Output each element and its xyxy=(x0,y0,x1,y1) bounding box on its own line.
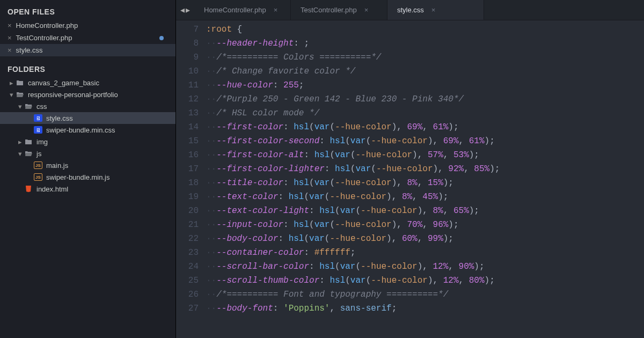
code-line[interactable]: ··--container-color: #ffffff; xyxy=(206,246,644,260)
unsaved-dot-icon xyxy=(159,36,164,40)
code-line[interactable]: ··--hue-color: 255; xyxy=(206,78,644,92)
chevron-down-icon: ▾ xyxy=(16,102,24,111)
tab-file[interactable]: TestController.php × xyxy=(291,0,387,20)
html-file-icon xyxy=(24,185,33,193)
css-file-icon: ⍃ xyxy=(33,126,43,134)
code-line[interactable]: ··/*Purple 250 - Green 142 - Blue 230 - … xyxy=(206,92,644,106)
line-number: 12 xyxy=(176,92,199,106)
line-number: 19 xyxy=(176,190,199,204)
file-item[interactable]: JS main.js xyxy=(0,159,175,171)
code-line[interactable]: ··--first-color: hsl(var(--hue-color), 6… xyxy=(206,120,644,134)
code-line[interactable]: ··--input-color: hsl(var(--hue-color), 7… xyxy=(206,218,644,232)
folder-item[interactable]: ▾ js xyxy=(0,148,175,159)
editor-pane: ◂ ▸ HomeController.php × TestController.… xyxy=(176,0,644,338)
js-file-icon: JS xyxy=(33,173,43,181)
open-file-item[interactable]: × HomeController.php xyxy=(0,19,175,32)
line-number: 27 xyxy=(176,302,199,315)
open-file-name: HomeController.php xyxy=(16,21,78,30)
chevron-right-icon: ▸ xyxy=(16,138,24,146)
line-number: 18 xyxy=(176,176,199,190)
tab-close-icon[interactable]: × xyxy=(364,6,369,14)
line-number: 23 xyxy=(176,246,199,260)
line-number: 10 xyxy=(176,64,199,78)
tab-close-icon[interactable]: × xyxy=(431,6,436,14)
folder-open-icon xyxy=(24,102,33,111)
line-number: 13 xyxy=(176,106,199,120)
file-label: swiper-bundle.min.js xyxy=(46,173,110,181)
open-file-name: style.css xyxy=(16,46,43,54)
code-line[interactable]: ··/* HSL color mode */ xyxy=(206,106,644,120)
code-line[interactable]: ··/*========== Font and typography =====… xyxy=(206,288,644,302)
folder-icon xyxy=(24,137,33,146)
code-line[interactable]: ··--first-color-lighter: hsl(var(--hue-c… xyxy=(206,162,644,176)
file-item[interactable]: ⍃ style.css xyxy=(0,112,175,124)
line-number: 26 xyxy=(176,288,199,302)
code-line[interactable]: ··--body-color: hsl(var(--hue-color), 60… xyxy=(206,232,644,246)
open-file-item[interactable]: × TestController.php xyxy=(0,32,175,44)
line-number: 11 xyxy=(176,78,199,92)
folder-item[interactable]: ▾ css xyxy=(0,100,175,112)
file-item[interactable]: ⍃ swiper-bundle.min.css xyxy=(0,124,175,136)
tab-file[interactable]: style.css × xyxy=(387,0,484,20)
file-label: index.html xyxy=(36,185,68,193)
line-number: 9 xyxy=(176,50,199,64)
close-icon[interactable]: × xyxy=(8,21,12,30)
code-line[interactable]: ··--scroll-bar-color: hsl(var(--hue-colo… xyxy=(206,260,644,274)
code-line[interactable]: :root { xyxy=(206,23,644,36)
line-number-gutter: 789101112131415161718192021222324252627 xyxy=(176,20,206,338)
folders-header: FOLDERS xyxy=(0,62,175,77)
line-number: 25 xyxy=(176,274,199,288)
line-number: 15 xyxy=(176,134,199,148)
css-file-icon: ⍃ xyxy=(33,114,43,122)
code-line[interactable]: ··--first-color-alt: hsl(var(--hue-color… xyxy=(206,148,644,162)
tab-label: style.css xyxy=(397,6,424,14)
code-line[interactable]: ··--title-color: hsl(var(--hue-color), 8… xyxy=(206,176,644,190)
folder-open-icon xyxy=(24,149,33,158)
folder-label: responsive-personal-portfolio xyxy=(28,91,118,99)
code-line[interactable]: ··--text-color-light: hsl(var(--hue-colo… xyxy=(206,204,644,218)
sidebar: OPEN FILES × HomeController.php × TestCo… xyxy=(0,0,176,338)
tab-bar: ◂ ▸ HomeController.php × TestController.… xyxy=(176,0,644,20)
chevron-down-icon: ▾ xyxy=(8,91,15,99)
code-content[interactable]: :root {··--header-height: ;··/*=========… xyxy=(206,20,644,338)
open-files-header: OPEN FILES xyxy=(0,4,175,19)
tab-file[interactable]: HomeController.php × xyxy=(194,0,291,20)
line-number: 24 xyxy=(176,260,199,274)
code-line[interactable]: ··--first-color-second: hsl(var(--hue-co… xyxy=(206,134,644,148)
line-number: 20 xyxy=(176,204,199,218)
line-number: 21 xyxy=(176,218,199,232)
code-line[interactable]: ··/* Change favorite color */ xyxy=(206,64,644,78)
code-line[interactable]: ··--scroll-thumb-color: hsl(var(--hue-co… xyxy=(206,274,644,288)
folder-label: css xyxy=(36,102,47,111)
file-label: style.css xyxy=(46,114,73,122)
line-number: 16 xyxy=(176,148,199,162)
code-line[interactable]: ··/*========== Colors ==========*/ xyxy=(206,50,644,64)
close-icon[interactable]: × xyxy=(8,46,12,54)
code-line[interactable]: ··--header-height: ; xyxy=(206,36,644,50)
file-item[interactable]: index.html xyxy=(0,183,175,195)
close-icon[interactable]: × xyxy=(8,34,12,42)
code-editor[interactable]: 789101112131415161718192021222324252627 … xyxy=(176,20,644,338)
line-number: 14 xyxy=(176,120,199,134)
line-number: 17 xyxy=(176,162,199,176)
line-number: 7 xyxy=(176,23,199,36)
line-number: 22 xyxy=(176,232,199,246)
file-label: main.js xyxy=(46,161,68,170)
nav-back-icon[interactable]: ◂ xyxy=(180,5,185,15)
file-item[interactable]: JS swiper-bundle.min.js xyxy=(0,171,175,183)
folder-label: canvas_2_game_basic xyxy=(28,79,99,87)
folder-icon xyxy=(15,78,25,87)
folder-label: img xyxy=(36,138,48,146)
tab-label: HomeController.php xyxy=(204,6,266,14)
folder-item[interactable]: ▾ responsive-personal-portfolio xyxy=(0,89,175,100)
code-line[interactable]: ··--text-color: hsl(var(--hue-color), 8%… xyxy=(206,190,644,204)
code-line[interactable]: ··--body-font: 'Poppins', sans-serif; xyxy=(206,302,644,315)
folder-open-icon xyxy=(15,90,25,99)
open-file-name: TestController.php xyxy=(16,34,72,42)
tab-close-icon[interactable]: × xyxy=(274,6,278,14)
open-file-item[interactable]: × style.css xyxy=(0,44,175,56)
nav-forward-icon[interactable]: ▸ xyxy=(186,5,190,15)
folder-item[interactable]: ▸ canvas_2_game_basic xyxy=(0,77,175,89)
folder-item[interactable]: ▸ img xyxy=(0,136,175,148)
tab-label: TestController.php xyxy=(301,6,357,14)
